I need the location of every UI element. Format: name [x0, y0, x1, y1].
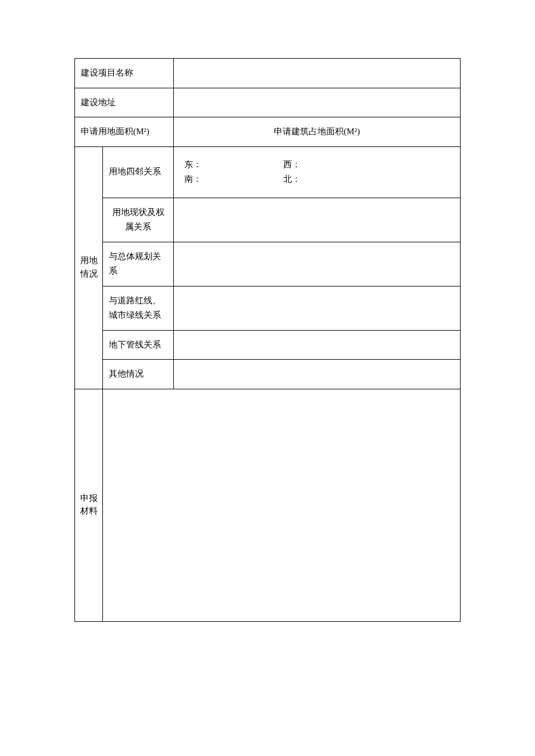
value-neighbors: 东： 西： 南： 北： — [174, 146, 461, 198]
label-underground: 地下管线关系 — [103, 330, 174, 360]
value-status — [174, 198, 461, 242]
value-address — [174, 88, 461, 117]
row-materials: 申报材料 — [75, 389, 461, 621]
row-overall-plan: 与总体规划关系 — [75, 242, 461, 286]
label-status: 用地现状及权属关系 — [103, 198, 174, 242]
row-other: 其他情况 — [75, 360, 461, 389]
label-land-area: 申请用地面积(M²) — [75, 117, 174, 147]
value-materials — [103, 389, 461, 621]
value-underground — [174, 330, 461, 360]
dir-west: 西： — [283, 157, 301, 173]
value-road-green — [174, 286, 461, 330]
header-materials: 申报材料 — [75, 389, 103, 621]
value-overall-plan — [174, 242, 461, 286]
value-project-name — [174, 59, 461, 88]
dir-south: 南： — [184, 172, 283, 187]
label-neighbors: 用地四邻关系 — [103, 146, 174, 198]
dir-east: 东： — [184, 157, 283, 173]
label-overall-plan: 与总体规划关系 — [103, 242, 174, 286]
row-neighbors: 用地情况 用地四邻关系 东： 西： 南： 北： — [75, 146, 461, 198]
row-project-name: 建设项目名称 — [75, 59, 461, 88]
form-table: 建设项目名称 建设地址 申请用地面积(M²) 申请建筑占地面积(M²) 用地情况… — [74, 58, 461, 622]
label-building-area: 申请建筑占地面积(M²) — [174, 117, 461, 147]
row-road-green: 与道路红线、城市绿线关系 — [75, 286, 461, 330]
label-address: 建设地址 — [75, 88, 174, 117]
label-road-green: 与道路红线、城市绿线关系 — [103, 286, 174, 330]
label-other: 其他情况 — [103, 360, 174, 389]
label-project-name: 建设项目名称 — [75, 59, 174, 88]
dir-north: 北： — [283, 172, 301, 187]
row-underground: 地下管线关系 — [75, 330, 461, 360]
row-address: 建设地址 — [75, 88, 461, 117]
row-area: 申请用地面积(M²) 申请建筑占地面积(M²) — [75, 117, 461, 147]
header-land-situation: 用地情况 — [75, 146, 103, 389]
row-status: 用地现状及权属关系 — [75, 198, 461, 242]
value-other — [174, 360, 461, 389]
